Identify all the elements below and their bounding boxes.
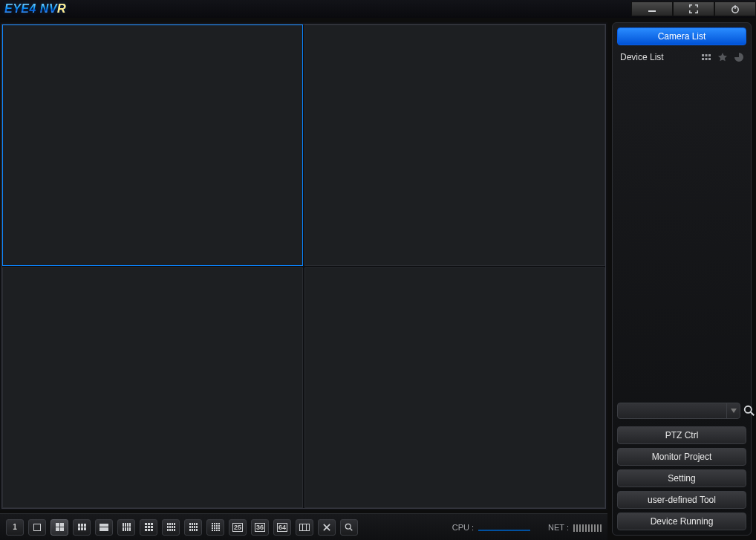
layout-6-icon (78, 524, 86, 530)
close-icon (323, 524, 330, 531)
monitor-project-button[interactable]: Monitor Project (617, 448, 746, 466)
search-button[interactable] (743, 403, 755, 418)
search-row (617, 403, 746, 419)
zoom-button[interactable] (340, 519, 358, 536)
video-area (0, 22, 607, 510)
device-tree[interactable] (617, 69, 746, 400)
layout-8-button[interactable] (117, 519, 135, 536)
search-input[interactable] (618, 406, 726, 415)
layout-9-icon (145, 523, 153, 531)
layout-1-button[interactable]: 1 (6, 519, 24, 536)
svg-rect-2 (734, 5, 735, 9)
layout-12-icon (167, 523, 175, 531)
grid-icon (701, 52, 711, 62)
layout-16-icon (212, 523, 220, 531)
layout-wide-button[interactable] (296, 519, 313, 536)
star-icon (717, 52, 728, 62)
layout-single-icon (33, 524, 41, 531)
user-defined-tool-button[interactable]: user-defined Tool (617, 491, 746, 509)
title-bar: EYE4 NVR (0, 0, 756, 18)
sidebar: Camera List Device List (612, 22, 752, 536)
device-favorite-button[interactable] (717, 51, 729, 63)
layout-25-button[interactable]: 25 (229, 519, 247, 536)
layout-9-button[interactable] (140, 519, 157, 536)
cpu-meter (478, 530, 530, 531)
svg-line-12 (751, 412, 755, 416)
minimize-button[interactable] (631, 1, 673, 16)
layout-hsplit-icon (100, 524, 108, 531)
main-area: 1 25 36 64 CPU : NET : (0, 18, 756, 540)
cpu-label: CPU : (452, 523, 474, 532)
magnifier-icon (345, 523, 353, 532)
svg-rect-10 (708, 58, 711, 60)
layout-64-icon: 64 (277, 523, 287, 532)
svg-point-3 (345, 524, 351, 529)
layout-single-button[interactable] (28, 519, 46, 536)
device-history-button[interactable] (733, 51, 745, 63)
device-running-button[interactable]: Device Running (617, 513, 746, 530)
video-cell-1[interactable] (2, 25, 303, 266)
svg-rect-9 (706, 58, 708, 60)
magnifier-icon (743, 405, 755, 417)
svg-rect-7 (708, 54, 711, 56)
search-combo[interactable] (617, 403, 740, 419)
layout-hsplit-button[interactable] (95, 519, 113, 536)
minimize-icon (647, 4, 657, 14)
ptz-ctrl-button[interactable]: PTZ Ctrl (617, 426, 746, 444)
svg-line-4 (350, 528, 352, 530)
layout-25-icon: 25 (232, 523, 243, 532)
svg-rect-0 (648, 10, 656, 12)
svg-point-11 (745, 406, 752, 413)
layout-13-button[interactable] (184, 519, 202, 536)
layout-16-button[interactable] (206, 519, 224, 536)
fullscreen-button[interactable] (673, 1, 714, 16)
layout-36-icon: 36 (255, 523, 265, 532)
svg-rect-5 (702, 54, 704, 56)
search-dropdown-button[interactable] (726, 403, 740, 418)
layout-12-button[interactable] (162, 519, 180, 536)
layout-8-icon (123, 523, 131, 531)
layout-13-icon (189, 523, 198, 531)
power-button[interactable] (714, 1, 756, 16)
layout-36-button[interactable]: 36 (251, 519, 269, 536)
video-cell-4[interactable] (304, 267, 605, 509)
svg-rect-6 (706, 54, 708, 56)
layout-wide-icon (299, 524, 310, 531)
close-all-button[interactable] (318, 519, 336, 536)
layout-64-button[interactable]: 64 (273, 519, 291, 536)
app-logo: EYE4 NVR (3, 2, 68, 16)
pie-icon (734, 52, 744, 62)
device-grid-button[interactable] (700, 51, 712, 63)
layout-6-button[interactable] (73, 519, 91, 536)
chevron-down-icon (731, 409, 737, 413)
video-grid (1, 24, 606, 509)
power-icon (730, 4, 740, 14)
video-cell-3[interactable] (2, 267, 303, 509)
svg-rect-8 (702, 58, 704, 60)
device-list-row: Device List (617, 48, 746, 66)
fullscreen-icon (688, 4, 699, 14)
layout-4-button[interactable] (50, 519, 68, 536)
window-controls (631, 1, 756, 16)
net-label: NET : (548, 523, 569, 532)
setting-button[interactable]: Setting (617, 469, 746, 487)
app-window: EYE4 NVR (0, 0, 756, 540)
net-meter (573, 523, 602, 532)
bottom-toolbar: 1 25 36 64 CPU : NET : (0, 513, 607, 540)
device-list-label: Device List (620, 52, 664, 62)
camera-list-button[interactable]: Camera List (617, 27, 746, 45)
video-cell-2[interactable] (304, 25, 605, 266)
sidebar-bottom-buttons: PTZ Ctrl Monitor Project Setting user-de… (617, 426, 746, 530)
layout-4-icon (56, 523, 64, 531)
